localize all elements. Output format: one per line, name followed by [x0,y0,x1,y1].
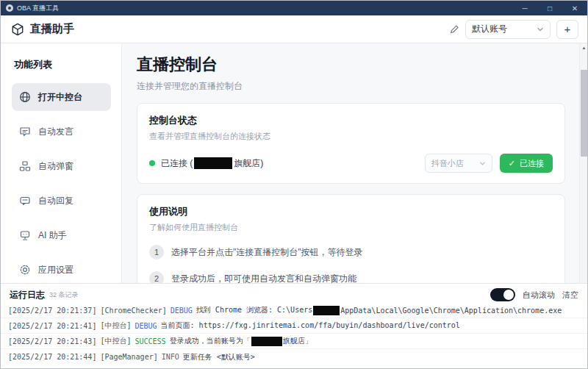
edit-pencil-icon[interactable] [449,24,459,35]
log-message: 旗舰店」 [283,336,312,346]
page-subtitle: 连接并管理您的直播控制台 [137,80,565,93]
log-level-badge: INFO [162,353,179,361]
check-icon: ✓ [509,159,515,168]
products-grid-icon [19,160,31,172]
step-number: 2 [149,271,164,283]
window-controls: ─ □ ✕ [512,1,587,15]
header-right: 默认账号 + [449,20,578,39]
log-title: 运行日志 [10,289,45,301]
redacted-account-name [251,337,282,346]
sidebar-item-label: 自动弹窗 [38,160,74,173]
help-step: 1 选择平台并点击"连接直播控制台"按钮，等待登录 [149,245,553,259]
body: 功能列表 打开中控台 自动发言 自动弹窗 [1,43,587,283]
platform-select-value: 抖音小店 [431,158,464,169]
log-lines: [2025/2/17 20:21:37] [ChromeChecker] DEB… [1,303,587,368]
globe-icon [19,91,31,103]
chevron-down-icon [479,160,486,167]
sidebar: 功能列表 打开中控台 自动发言 自动弹窗 [1,43,122,283]
app-title: 直播助手 [30,22,74,36]
auto-scroll-toggle[interactable] [490,288,515,301]
step-text: 选择平台并点击"连接直播控制台"按钮，等待登录 [171,246,363,259]
log-level-badge: DEBUG [135,322,157,330]
account-select[interactable]: 默认账号 [465,20,551,39]
log-level-badge: SUCCESS [135,337,165,345]
close-button[interactable]: ✕ [562,1,587,15]
log-message: AppData\Local\Google\Chrome\Application\… [340,307,562,315]
vertical-scrollbar[interactable]: ▲ [579,43,587,283]
scroll-up-arrow-icon[interactable]: ▲ [580,43,587,52]
console-status-card: 控制台状态 查看并管理直播控制台的连接状态 已连接 (旗舰店) 抖音小店 [137,103,565,184]
log-entry: [2025/2/17 20:21:41] [中控台] DEBUG 当前页面: h… [1,318,587,334]
speech-bubble-icon [19,126,31,137]
main-content: 直播控制台 连接并管理您的直播控制台 控制台状态 查看并管理直播控制台的连接状态… [122,43,587,283]
status-row: 已连接 (旗舰店) 抖音小店 ✓ 已连接 [149,154,553,173]
step-number: 1 [149,245,164,259]
step-text: 登录成功后，即可使用自动发言和自动弹窗功能 [171,273,356,284]
connected-button[interactable]: ✓ 已连接 [500,154,553,173]
connection-status: 已连接 (旗舰店) [149,157,425,170]
clear-log-button[interactable]: 清空 [562,290,578,301]
sidebar-item-auto-speak[interactable]: 自动发言 [12,118,111,146]
add-account-button[interactable]: + [556,20,578,39]
message-reply-icon [19,195,31,207]
log-entry: [2025/2/17 20:21:44] [PageManager] INFO … [1,349,587,365]
sidebar-item-label: AI 助手 [38,229,67,242]
log-entry: [2025/2/17 20:21:37] [ChromeChecker] DEB… [1,303,587,318]
auto-scroll-label: 自动滚动 [523,290,555,301]
brand: 直播助手 [11,22,449,36]
sidebar-item-label: 打开中控台 [38,91,82,104]
platform-select[interactable]: 抖音小店 [425,154,492,173]
page-title: 直播控制台 [137,54,565,76]
log-header: 运行日志 32 条记录 自动滚动 清空 [1,284,587,303]
redacted-username [313,306,340,315]
log-entry: [2025/2/17 20:21:43] [中控台] SUCCESS 登录成功，… [1,334,587,349]
gear-icon [19,264,31,276]
status-text: 已连接 (旗舰店) [161,157,263,170]
log-level-badge: DEBUG [171,307,193,315]
sidebar-heading: 功能列表 [14,58,111,71]
status-card-title: 控制台状态 [149,114,553,127]
status-dot [149,160,155,166]
log-message: 当前页面: https://fxg.jinritemai.com/ffa/buy… [161,320,460,331]
log-message: 更新任务 <默认账号> [183,352,255,362]
monitor-bot-icon [19,229,31,241]
help-card-title: 使用说明 [149,205,553,218]
toggle-knob [503,290,514,300]
log-count: 32 条记录 [49,290,79,300]
sidebar-item-auto-popup[interactable]: 自动弹窗 [12,152,111,180]
window-title: OBA 直播工具 [17,4,59,13]
sidebar-item-open-console[interactable]: 打开中控台 [12,83,111,111]
sidebar-item-label: 应用设置 [38,264,74,276]
sidebar-item-ai-assistant[interactable]: AI 助手 [12,221,111,249]
app-window: OBA 直播工具 ─ □ ✕ 直播助手 默认账号 [0,0,588,369]
sidebar-item-app-settings[interactable]: 应用设置 [12,256,111,284]
log-message: 找到 Chrome 浏览器: C:\Users [196,305,312,315]
help-card-description: 了解如何使用直播控制台 [149,222,553,233]
sidebar-item-auto-reply[interactable]: 自动回复 [12,187,111,215]
log-panel: 运行日志 32 条记录 自动滚动 清空 [2025/2/17 20:21:37]… [1,283,587,368]
usage-help-card: 使用说明 了解如何使用直播控制台 1 选择平台并点击"连接直播控制台"按钮，等待… [137,194,565,283]
sidebar-item-label: 自动发言 [38,126,74,138]
chevron-down-icon [537,26,544,33]
app-icon [6,4,13,12]
log-message: 登录成功，当前账号为「 [170,336,251,346]
sidebar-item-label: 自动回复 [38,195,74,207]
status-card-description: 查看并管理直播控制台的连接状态 [149,131,553,142]
account-select-value: 默认账号 [472,23,507,35]
connected-button-label: 已连接 [520,158,544,169]
titlebar-left: OBA 直播工具 [1,4,512,13]
scrollbar-thumb[interactable] [581,70,587,157]
minimize-button[interactable]: ─ [512,1,537,15]
help-step: 2 登录成功后，即可使用自动发言和自动弹窗功能 [149,271,553,283]
log-controls: 自动滚动 清空 [490,288,578,301]
app-header: 直播助手 默认账号 + [1,15,587,43]
titlebar: OBA 直播工具 ─ □ ✕ [1,1,587,15]
cube-icon [11,23,24,36]
redacted-shop-name [194,157,232,169]
maximize-button[interactable]: □ [537,1,562,15]
